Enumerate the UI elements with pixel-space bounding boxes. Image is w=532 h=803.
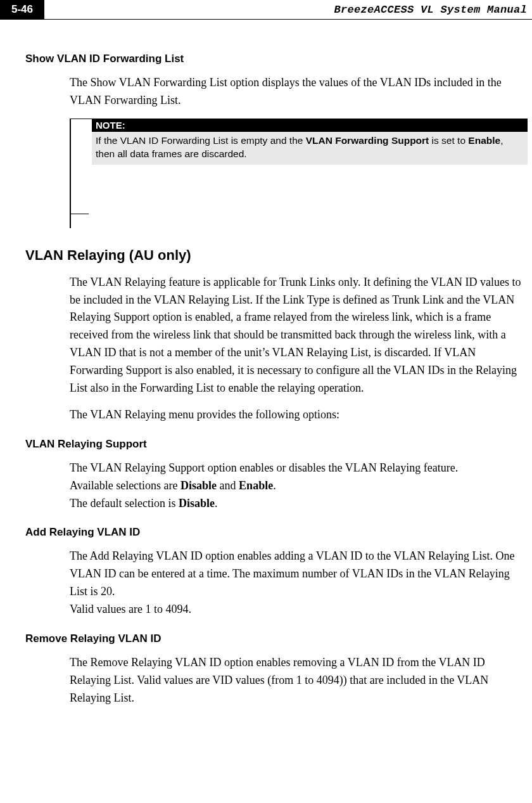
callout-line-vert — [70, 119, 71, 228]
paragraph: The Add Relaying VLAN ID option enables … — [70, 548, 527, 601]
paragraph: Available selections are Disable and Ena… — [70, 477, 527, 495]
note-text: is set to — [429, 135, 468, 146]
paragraph: The Show VLAN Forwarding List option dis… — [70, 74, 527, 110]
text: The default selection is — [70, 497, 179, 510]
paragraph: Valid values are 1 to 4094. — [70, 601, 527, 619]
text: Available selections are — [70, 479, 180, 492]
heading-remove-relaying-vlan-id: Remove Relaying VLAN ID — [25, 633, 527, 645]
page-header: 5-46 BreezeACCESS VL System Manual — [0, 0, 532, 20]
body-text: The VLAN Relaying feature is applicable … — [70, 274, 527, 424]
heading-add-relaying-vlan-id: Add Relaying VLAN ID — [25, 526, 527, 539]
manual-title: BreezeACCESS VL System Manual — [44, 0, 532, 19]
callout-line-top — [70, 119, 92, 120]
text: . — [273, 479, 276, 492]
note-label: NOTE: — [92, 119, 528, 132]
paragraph: The VLAN Relaying feature is applicable … — [70, 274, 527, 397]
page-number: 5-46 — [0, 0, 44, 19]
note-body: If the VLAN ID Forwarding List is empty … — [92, 132, 528, 165]
page-content: Show VLAN ID Forwarding List The Show VL… — [0, 20, 532, 707]
note-bold: Enable — [468, 135, 500, 146]
paragraph: The VLAN Relaying Support option enables… — [70, 459, 527, 477]
note-bold: VLAN Forwarding Support — [306, 135, 429, 146]
body-text: The Show VLAN Forwarding List option dis… — [70, 74, 527, 110]
paragraph: The Remove Relaying VLAN ID option enabl… — [70, 654, 527, 707]
note-text: If the VLAN ID Forwarding List is empty … — [96, 135, 306, 146]
heading-show-vlan-id: Show VLAN ID Forwarding List — [25, 53, 527, 65]
callout-line-bottom — [70, 214, 89, 215]
paragraph: The default selection is Disable. — [70, 495, 527, 513]
body-text: The VLAN Relaying Support option enables… — [70, 459, 527, 513]
text: and — [217, 479, 239, 492]
bold-text: Enable — [239, 479, 273, 492]
note-box: NOTE: If the VLAN ID Forwarding List is … — [92, 119, 528, 165]
body-text: The Add Relaying VLAN ID option enables … — [70, 548, 527, 619]
paragraph: The VLAN Relaying menu provides the foll… — [70, 406, 527, 424]
bold-text: Disable — [179, 497, 215, 510]
text: . — [215, 497, 218, 510]
body-text: The Remove Relaying VLAN ID option enabl… — [70, 654, 527, 707]
bold-text: Disable — [180, 479, 217, 492]
heading-vlan-relaying: VLAN Relaying (AU only) — [25, 247, 527, 264]
heading-vlan-relaying-support: VLAN Relaying Support — [25, 438, 527, 451]
